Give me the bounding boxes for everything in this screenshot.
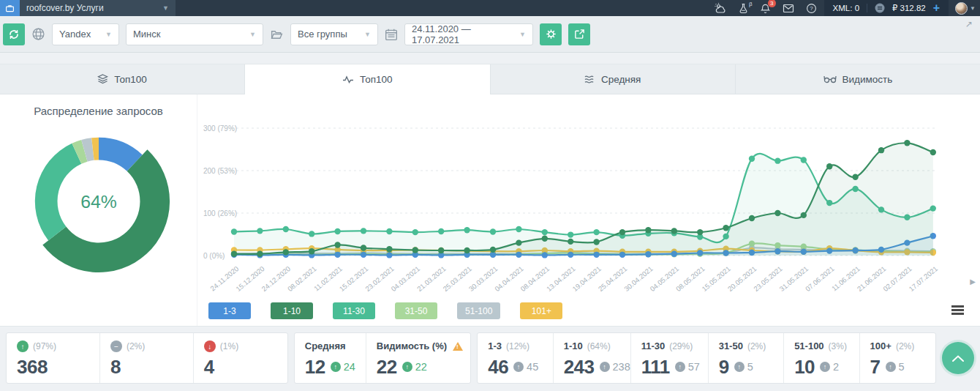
stat-pct: (2%) xyxy=(127,341,145,351)
date-range-select[interactable]: 24.11.2020 — 17.07.2021 ▼ xyxy=(404,23,533,45)
stat-pct: (1%) xyxy=(220,341,238,351)
stat-pct: (64%) xyxy=(587,341,611,351)
average-visibility-group: Средняя 12 ↑24 Видимость (%) 22 ↑22 xyxy=(294,332,471,384)
stat-value: 12 xyxy=(305,357,325,376)
region-select[interactable]: Минск ▼ xyxy=(126,23,263,45)
warning-icon[interactable] xyxy=(453,342,463,351)
stat-card-range-1-10[interactable]: 1-10(64%) 243 ↑238 xyxy=(554,333,631,383)
group-select[interactable]: Все группы ▼ xyxy=(290,23,378,45)
search-engine-value: Yandex xyxy=(59,29,91,40)
date-range-value: 24.11.2020 — 17.07.2021 xyxy=(412,23,513,45)
user-avatar[interactable] xyxy=(955,2,968,15)
chart-menu-icon[interactable] xyxy=(951,304,964,316)
notifications-bell-icon[interactable]: 3 xyxy=(760,3,771,14)
tab-visibility[interactable]: Видимость xyxy=(736,64,980,94)
legend-item-1-3[interactable]: 1-3 xyxy=(208,302,251,319)
project-briefcase-icon[interactable] xyxy=(0,0,20,16)
account-panel: XML: 0 ₽ 312.82 + xyxy=(824,0,949,16)
tab-top100-dynamics[interactable]: Топ100 xyxy=(245,64,490,94)
user-menu-chevron-icon[interactable]: ▼ xyxy=(970,5,976,12)
down-arrow-icon: ↓ xyxy=(204,340,216,352)
svg-text:?: ? xyxy=(810,5,813,12)
stat-card-average[interactable]: Средняя 12 ↑24 xyxy=(295,333,366,383)
chevron-down-icon: ▼ xyxy=(364,31,371,38)
stat-card-range-11-30[interactable]: 11-30(29%) 111 ↑57 xyxy=(631,333,709,383)
xml-limits[interactable]: XML: 0 xyxy=(833,4,859,12)
stat-card-up[interactable]: ↑(97%) 368 xyxy=(7,333,100,383)
tab-label: Топ100 xyxy=(360,74,393,85)
weather-icon[interactable] xyxy=(715,3,727,14)
tab-label: Видимость xyxy=(843,74,893,85)
stat-label: 1-3 xyxy=(488,340,502,351)
x-axis-scroll-arrow-icon[interactable]: ▶ xyxy=(970,278,976,286)
stat-label: 100+ xyxy=(870,340,892,351)
scroll-to-top-button[interactable] xyxy=(942,342,974,374)
wallet-coin-icon xyxy=(875,3,885,13)
stat-label: Средняя xyxy=(305,340,346,351)
calendar-icon[interactable] xyxy=(385,28,398,41)
help-icon[interactable]: ? xyxy=(806,3,817,14)
query-distribution-panel: Распределение запросов 64% xyxy=(0,94,197,326)
tab-average[interactable]: Средняя xyxy=(491,64,736,94)
region-value: Минск xyxy=(133,29,160,40)
delta-value: 5 xyxy=(747,361,753,373)
mail-icon[interactable] xyxy=(783,4,794,13)
collapse-panel-icon[interactable]: ↗ xyxy=(965,19,973,29)
balance[interactable]: ₽ 312.82 xyxy=(892,3,926,13)
delta-up-icon: ↑ xyxy=(734,362,745,372)
settings-button[interactable] xyxy=(540,23,562,45)
stat-card-visibility[interactable]: Видимость (%) 22 ↑22 xyxy=(366,333,471,383)
delta-value: 24 xyxy=(344,361,355,373)
stat-card-down[interactable]: ↓(1%) 4 xyxy=(194,333,287,383)
legend-item-1-10[interactable]: 1-10 xyxy=(271,302,313,319)
add-funds-button[interactable]: + xyxy=(933,2,940,14)
svg-text:07.06.2021: 07.06.2021 xyxy=(804,264,835,293)
stat-card-unchanged[interactable]: −(2%) 8 xyxy=(100,333,194,383)
export-button[interactable] xyxy=(568,23,590,45)
group-value: Все группы xyxy=(298,29,347,40)
svg-text:0 (0%): 0 (0%) xyxy=(203,252,225,260)
tab-label: Топ100 xyxy=(114,74,147,85)
delta-up-icon: ↑ xyxy=(820,362,830,372)
project-name: roofcover.by Услуги xyxy=(26,3,104,13)
tab-top100-stacked[interactable]: Топ100 xyxy=(0,64,245,94)
delta-up-icon: ↑ xyxy=(331,362,341,372)
chevron-down-icon: ▼ xyxy=(249,31,256,38)
stat-value: 10 xyxy=(794,357,815,376)
labs-beta-icon[interactable]: β xyxy=(739,3,748,14)
groups-folder-icon[interactable] xyxy=(270,29,284,40)
delta-up-icon: ↑ xyxy=(675,362,685,372)
legend-item-51-100[interactable]: 51-100 xyxy=(457,302,500,319)
stat-card-range-1-3[interactable]: 1-3(12%) 46 ↑45 xyxy=(478,333,553,383)
svg-text:08.02.2021: 08.02.2021 xyxy=(286,264,317,293)
delta-value: 5 xyxy=(899,361,905,373)
legend-item-101plus[interactable]: 101+ xyxy=(520,302,562,319)
stat-label: 31-50 xyxy=(719,340,743,351)
stat-label: 11-30 xyxy=(641,340,666,351)
stat-label: Видимость (%) xyxy=(377,340,447,351)
stat-card-range-31-50[interactable]: 31-50(2%) 9 ↑5 xyxy=(709,333,784,383)
delta-value: 45 xyxy=(527,361,538,373)
stat-value: 8 xyxy=(110,357,183,376)
stat-card-range-100plus[interactable]: 100+(2%) 7 ↑5 xyxy=(860,333,935,383)
chart-tabs: Топ100 Топ100 Средняя Видимость xyxy=(0,64,980,94)
stat-value: 4 xyxy=(204,357,277,376)
topvisor-positions-page: roofcover.by Услуги ▼ β 3 ? XML: 0 xyxy=(0,0,980,391)
refresh-button[interactable] xyxy=(3,23,25,45)
movement-stats-group: ↑(97%) 368 −(2%) 8 ↓(1%) 4 xyxy=(6,332,288,384)
project-selector[interactable]: roofcover.by Услуги ▼ xyxy=(20,0,176,16)
stat-label: 1-10 xyxy=(564,340,583,351)
legend-item-31-50[interactable]: 31-50 xyxy=(395,302,437,319)
search-engine-select[interactable]: Yandex ▼ xyxy=(52,23,119,45)
positions-line-chart: 0 (0%)100 (26%)200 (53%)300 (79%)24.11.2… xyxy=(200,99,977,298)
stat-value: 46 xyxy=(488,357,508,376)
stat-card-range-51-100[interactable]: 51-100(3%) 10 ↑2 xyxy=(784,333,859,383)
legend-item-11-30[interactable]: 11-30 xyxy=(333,302,375,319)
tab-label: Средняя xyxy=(601,74,641,85)
stat-value: 22 xyxy=(377,357,397,376)
panel-title: Распределение запросов xyxy=(0,105,197,117)
stat-pct: (3%) xyxy=(829,341,847,351)
stat-pct: (2%) xyxy=(896,341,914,351)
stat-value: 9 xyxy=(719,357,729,376)
svg-text:64%: 64% xyxy=(80,192,117,212)
